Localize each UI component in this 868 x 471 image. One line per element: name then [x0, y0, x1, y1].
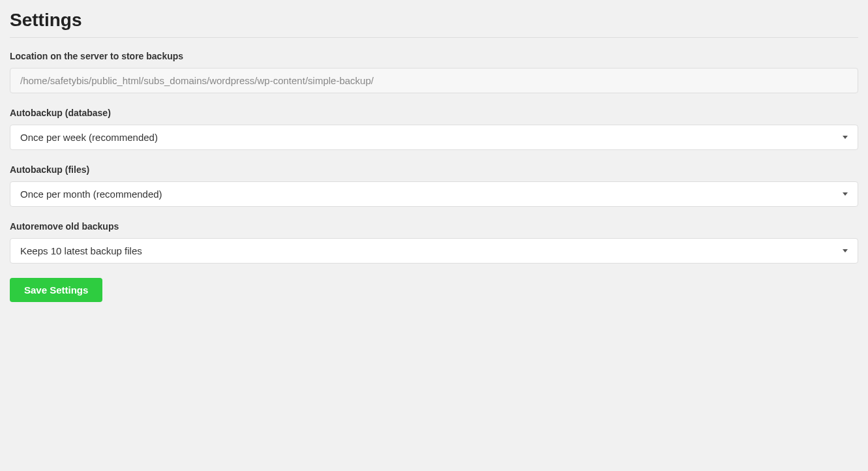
- page-title: Settings: [10, 10, 858, 38]
- autobackup-files-group: Autobackup (files) Once per month (recom…: [10, 164, 858, 207]
- autoremove-select[interactable]: Keeps 10 latest backup files: [10, 238, 858, 264]
- autobackup-db-group: Autobackup (database) Once per week (rec…: [10, 108, 858, 150]
- caret-down-icon: [843, 136, 848, 139]
- autobackup-files-value: Once per month (recommended): [20, 189, 836, 200]
- save-settings-button[interactable]: Save Settings: [10, 278, 102, 302]
- caret-down-icon: [843, 249, 848, 252]
- autobackup-db-value: Once per week (recommended): [20, 132, 836, 143]
- autoremove-label: Autoremove old backups: [10, 221, 858, 232]
- autobackup-db-select[interactable]: Once per week (recommended): [10, 125, 858, 150]
- autoremove-group: Autoremove old backups Keeps 10 latest b…: [10, 221, 858, 264]
- location-group: Location on the server to store backups: [10, 51, 858, 93]
- caret-down-icon: [843, 192, 848, 196]
- autobackup-db-label: Autobackup (database): [10, 108, 858, 118]
- autoremove-value: Keeps 10 latest backup files: [20, 245, 836, 256]
- autobackup-files-select[interactable]: Once per month (recommended): [10, 181, 858, 207]
- autobackup-files-label: Autobackup (files): [10, 164, 858, 175]
- location-input[interactable]: [10, 68, 858, 93]
- location-label: Location on the server to store backups: [10, 51, 858, 61]
